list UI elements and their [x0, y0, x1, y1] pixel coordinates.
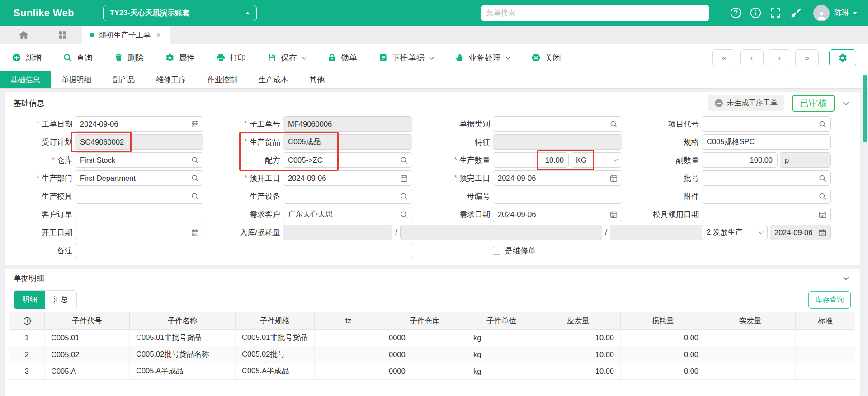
- user-menu[interactable]: 陈琳: [834, 8, 857, 18]
- cell-unit[interactable]: kg: [467, 346, 536, 363]
- batch-no-input[interactable]: [702, 170, 831, 186]
- add-button[interactable]: 新增: [12, 52, 42, 63]
- plan-start-input[interactable]: [283, 170, 412, 186]
- cell-actual-qty[interactable]: [705, 346, 796, 363]
- menu-search[interactable]: [481, 5, 709, 21]
- cell-tz[interactable]: [315, 346, 382, 363]
- formula-input[interactable]: [283, 152, 412, 168]
- lock-button[interactable]: 锁单: [327, 52, 357, 63]
- first-record-button[interactable]: «: [712, 49, 736, 66]
- remark-input[interactable]: [75, 243, 412, 258]
- cell-loss-qty[interactable]: 0.00: [621, 330, 705, 346]
- tab-byproduct[interactable]: 副产品: [102, 71, 146, 88]
- col-header-loss-qty[interactable]: 损耗量: [621, 312, 705, 330]
- prod-qty-input[interactable]: [493, 152, 569, 168]
- cell-warehouse[interactable]: 0000: [382, 363, 467, 380]
- plan-finish-input[interactable]: [493, 170, 622, 186]
- cell-code[interactable]: C005.01: [45, 330, 130, 346]
- col-header-code[interactable]: 子件代号: [45, 312, 130, 330]
- menu-search-input[interactable]: [486, 9, 704, 17]
- search-icon[interactable]: [191, 192, 199, 201]
- tab-basic-info[interactable]: 基础信息: [0, 71, 51, 88]
- search-icon[interactable]: [400, 192, 408, 201]
- avatar[interactable]: [813, 5, 830, 21]
- tab-repair-process[interactable]: 维修工序: [146, 71, 197, 88]
- push-down-button[interactable]: 下推单据: [378, 52, 434, 63]
- calendar-icon[interactable]: [400, 174, 408, 183]
- cell-standard[interactable]: [796, 346, 855, 363]
- tab-other[interactable]: 其他: [299, 71, 335, 88]
- stock-query-button[interactable]: 库存查询: [808, 291, 851, 309]
- search-icon[interactable]: [818, 120, 827, 128]
- plus-circle-icon[interactable]: [9, 316, 44, 325]
- demand-date-input[interactable]: [493, 207, 622, 222]
- table-row[interactable]: 1 C005.01 C005.01非批号货品 C005.01非批号货品 0000…: [9, 330, 855, 346]
- search-icon[interactable]: [400, 156, 408, 165]
- fullscreen-icon[interactable]: [769, 7, 782, 19]
- close-tab-icon[interactable]: [156, 32, 161, 38]
- col-header-due-qty[interactable]: 应发量: [536, 312, 621, 330]
- start-date-input[interactable]: [75, 225, 203, 240]
- cell-loss-qty[interactable]: 0.00: [621, 363, 705, 380]
- cell-due-qty[interactable]: 10.00: [536, 330, 621, 346]
- business-process-button[interactable]: 业务处理: [455, 52, 510, 63]
- home-icon[interactable]: [18, 29, 29, 41]
- doc-category-input[interactable]: [493, 116, 622, 132]
- prod-qty-unit-select[interactable]: KG: [571, 152, 622, 168]
- cell-spec[interactable]: C005.A半成品: [236, 363, 315, 380]
- col-header-tz[interactable]: tz: [315, 312, 382, 330]
- properties-button[interactable]: 属性: [165, 52, 195, 63]
- delete-button[interactable]: 删除: [114, 52, 144, 63]
- project-code-input[interactable]: [702, 116, 831, 132]
- cell-name[interactable]: C005.A半成品: [130, 363, 236, 380]
- account-select[interactable]: TY23-天心天思演示账套: [103, 5, 257, 21]
- cell-unit[interactable]: kg: [467, 363, 536, 380]
- clean-broom-icon[interactable]: [789, 7, 802, 19]
- table-row[interactable]: 2 C005.02 C005.02批号货品名称 C005.02批号 0000 k…: [9, 346, 855, 363]
- collapse-section-icon[interactable]: [843, 274, 849, 280]
- cell-due-qty[interactable]: 10.00: [536, 346, 621, 363]
- active-document-tab[interactable]: 期初生产子工单: [82, 26, 170, 44]
- calendar-icon[interactable]: [818, 210, 827, 219]
- demand-customer-input[interactable]: [283, 207, 412, 222]
- cell-due-qty[interactable]: 10.00: [536, 363, 621, 380]
- search-icon[interactable]: [191, 174, 199, 183]
- vertical-scrollbar[interactable]: [863, 75, 867, 142]
- add-row-header[interactable]: [9, 312, 45, 330]
- tab-document-detail[interactable]: 单据明细: [51, 71, 102, 88]
- col-header-standard[interactable]: 标准: [796, 312, 855, 330]
- col-header-warehouse[interactable]: 子件仓库: [382, 312, 467, 330]
- search-icon[interactable]: [818, 192, 827, 201]
- collapse-section-icon[interactable]: [843, 99, 849, 105]
- detail-tab-button[interactable]: 明细: [14, 291, 45, 309]
- attachment-input[interactable]: [702, 189, 831, 204]
- parent-no-input[interactable]: [493, 189, 622, 204]
- cell-standard[interactable]: [796, 330, 855, 346]
- prod-mold-input[interactable]: [75, 189, 203, 204]
- col-header-spec[interactable]: 子件规格: [236, 312, 315, 330]
- info-icon[interactable]: [750, 7, 762, 19]
- prod-dept-input[interactable]: [75, 170, 203, 186]
- cell-code[interactable]: C005.02: [45, 346, 130, 363]
- cell-name[interactable]: C005.02批号货品名称: [130, 346, 236, 363]
- cell-spec[interactable]: C005.01非批号货品: [236, 330, 315, 346]
- col-header-name[interactable]: 子件名称: [130, 312, 236, 330]
- calendar-icon[interactable]: [191, 120, 199, 128]
- warehouse-input[interactable]: [75, 152, 203, 168]
- prod-equipment-input[interactable]: [283, 189, 412, 204]
- cell-actual-qty[interactable]: [705, 363, 796, 380]
- tab-job-control[interactable]: 作业控制: [197, 71, 248, 88]
- print-button[interactable]: 打印: [216, 52, 246, 63]
- cell-standard[interactable]: [796, 363, 855, 380]
- grid-settings-button[interactable]: [829, 49, 856, 66]
- cell-warehouse[interactable]: 0000: [382, 346, 467, 363]
- tab-production-cost[interactable]: 生产成本: [248, 71, 299, 88]
- is-repair-checkbox[interactable]: [493, 247, 500, 255]
- cell-tz[interactable]: [315, 330, 382, 346]
- calendar-icon[interactable]: [609, 174, 618, 183]
- table-row[interactable]: 3 C005.A C005.A半成品 C005.A半成品 0000 kg 10.…: [9, 363, 855, 380]
- apps-grid-icon[interactable]: [57, 29, 68, 41]
- cell-name[interactable]: C005.01非批号货品: [130, 330, 236, 346]
- help-icon[interactable]: [730, 7, 742, 19]
- query-button[interactable]: 查询: [63, 52, 93, 63]
